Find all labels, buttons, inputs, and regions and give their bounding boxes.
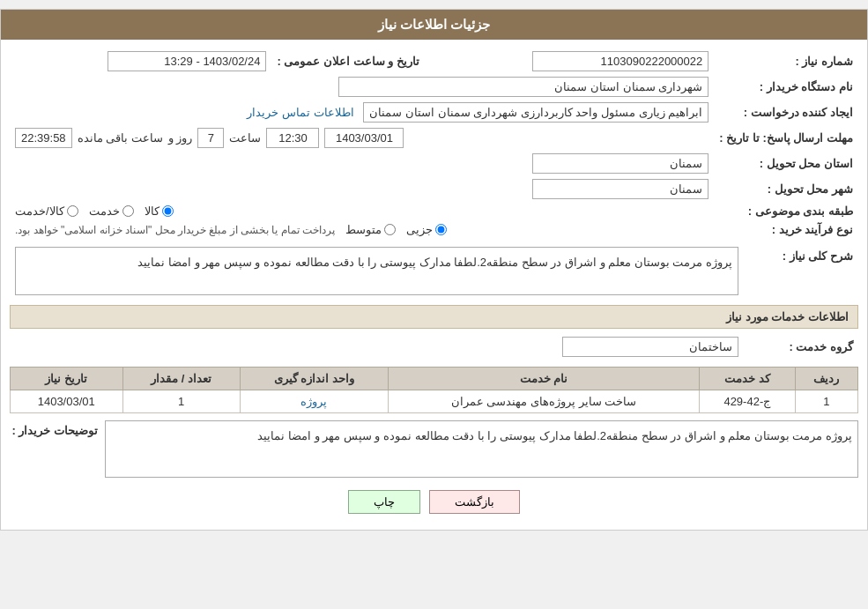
- announce-date-label: تاریخ و ساعت اعلان عمومی :: [271, 48, 424, 74]
- category-option-kala[interactable]: کالا: [145, 204, 174, 218]
- process-option-motavaset[interactable]: متوسط: [345, 223, 396, 236]
- need-number-label: شماره نیاز :: [714, 48, 858, 74]
- service-group-label: گروه خدمت :: [744, 334, 858, 360]
- services-header-row: ردیف کد خدمت نام خدمت واحد اندازه گیری ت…: [11, 368, 858, 390]
- creator-label: ایجاد کننده درخواست :: [714, 100, 858, 125]
- services-table-header: ردیف کد خدمت نام خدمت واحد اندازه گیری ت…: [11, 368, 858, 390]
- buyer-org-value: شهرداری سمنان استان سمنان: [338, 77, 708, 97]
- page-title: جزئیات اطلاعات نیاز: [378, 17, 490, 32]
- category-option-kala-khedmat[interactable]: کالا/خدمت: [15, 204, 78, 218]
- province-value: سمنان: [532, 153, 708, 174]
- process-radio-jozi[interactable]: [435, 224, 447, 235]
- buyer-org-label: نام دستگاه خریدار :: [714, 74, 858, 100]
- services-section: ردیف کد خدمت نام خدمت واحد اندازه گیری ت…: [10, 367, 858, 413]
- category-radio-khedmat[interactable]: [122, 205, 134, 217]
- row-category: طبقه بندی موضوعی : کالا/خدمت خدمت کالا: [10, 202, 858, 220]
- category-label-kala: کالا: [145, 204, 160, 218]
- back-button[interactable]: بازگشت: [429, 490, 520, 514]
- city-value: سمنان: [532, 179, 708, 199]
- process-type-label: نوع فرآیند خرید :: [714, 220, 858, 239]
- category-label-kala-khedmat: کالا/خدمت: [15, 204, 64, 218]
- page-wrapper: جزئیات اطلاعات نیاز شماره نیاز : 1103090…: [0, 9, 868, 531]
- services-table: ردیف کد خدمت نام خدمت واحد اندازه گیری ت…: [10, 367, 858, 413]
- info-table: شماره نیاز : 1103090222000022 تاریخ و سا…: [10, 48, 858, 239]
- col-date: تاریخ نیاز: [11, 368, 123, 390]
- service-group-value: ساختمان: [562, 337, 738, 357]
- cell-quantity: 1: [122, 390, 240, 413]
- row-need-desc: شرح کلی نیاز : پروژه مرمت بوستان معلم و …: [10, 244, 858, 298]
- print-button[interactable]: چاپ: [348, 490, 420, 514]
- col-service-code: کد خدمت: [700, 368, 795, 390]
- row-process-type: نوع فرآیند خرید : پرداخت تمام یا بخشی از…: [10, 220, 858, 239]
- process-option-jozi[interactable]: جزیی: [406, 223, 447, 236]
- cell-date: 1403/03/01: [11, 390, 123, 413]
- col-quantity: تعداد / مقدار: [122, 368, 240, 390]
- deadline-label: مهلت ارسال پاسخ: تا تاریخ :: [714, 125, 858, 151]
- row-buyer-org: نام دستگاه خریدار : شهرداری سمنان استان …: [10, 74, 858, 100]
- row-province: استان محل تحویل : سمنان: [10, 151, 858, 176]
- page-header: جزئیات اطلاعات نیاز: [1, 10, 867, 40]
- deadline-remaining: 22:39:58: [15, 128, 72, 148]
- deadline-time-label: ساعت: [229, 131, 261, 145]
- category-radio-kala[interactable]: [162, 205, 174, 217]
- category-label: طبقه بندی موضوعی :: [714, 202, 858, 220]
- deadline-date: 1403/03/01: [324, 128, 404, 148]
- col-service-name: نام خدمت: [388, 368, 699, 390]
- need-desc-table: شرح کلی نیاز : پروژه مرمت بوستان معلم و …: [10, 244, 858, 298]
- row-deadline: مهلت ارسال پاسخ: تا تاریخ : 22:39:58 ساع…: [10, 125, 858, 151]
- process-label-jozi: جزیی: [406, 223, 433, 236]
- need-number-value: 1103090222000022: [532, 51, 708, 71]
- buyer-desc-label: توضیحات خریدار :: [10, 420, 98, 437]
- table-row: 1 ج-42-429 ساخت سایر پروژه‌های مهندسی عم…: [11, 390, 858, 413]
- creator-value: ابراهیم زیاری مسئول واحد کاربردارزی شهرد…: [363, 102, 708, 123]
- cell-service-code: ج-42-429: [700, 390, 795, 413]
- cell-row: 1: [795, 390, 857, 413]
- deadline-row: 22:39:58 ساعت باقی مانده روز و 7 ساعت 12…: [15, 128, 708, 148]
- category-label-khedmat: خدمت: [89, 204, 120, 218]
- services-section-title: اطلاعات خدمات مورد نیاز: [10, 305, 858, 329]
- buyer-desc-row: توضیحات خریدار : پروژه مرمت بوستان معلم …: [10, 420, 858, 478]
- deadline-remaining-label: ساعت باقی مانده: [78, 131, 163, 145]
- category-option-khedmat[interactable]: خدمت: [89, 204, 134, 218]
- contact-link[interactable]: اطلاعات تماس خریدار: [247, 106, 353, 119]
- category-radio-kala-khedmat[interactable]: [67, 205, 78, 217]
- cell-service-name: ساخت سایر پروژه‌های مهندسی عمران: [388, 390, 699, 413]
- deadline-day-label: روز و: [168, 131, 193, 145]
- col-unit: واحد اندازه گیری: [240, 368, 388, 390]
- buyer-desc-value: پروژه مرمت بوستان معلم و اشراق در سطح من…: [105, 420, 858, 478]
- buttons-row: بازگشت چاپ: [10, 490, 858, 514]
- services-table-body: 1 ج-42-429 ساخت سایر پروژه‌های مهندسی عم…: [11, 390, 858, 413]
- province-label: استان محل تحویل :: [714, 151, 858, 176]
- need-desc-value: پروژه مرمت بوستان معلم و اشراق در سطح من…: [15, 247, 738, 295]
- row-creator: ایجاد کننده درخواست : ابراهیم زیاری مسئو…: [10, 100, 858, 125]
- deadline-time: 12:30: [266, 128, 319, 148]
- row-city: شهر محل تحویل : سمنان: [10, 176, 858, 202]
- row-need-number: شماره نیاز : 1103090222000022 تاریخ و سا…: [10, 48, 858, 74]
- need-desc-label: شرح کلی نیاز :: [744, 244, 858, 298]
- row-service-group: گروه خدمت : ساختمان: [10, 334, 858, 360]
- city-label: شهر محل تحویل :: [714, 176, 858, 202]
- category-radio-group: کالا/خدمت خدمت کالا: [15, 204, 708, 218]
- content-area: شماره نیاز : 1103090222000022 تاریخ و سا…: [1, 40, 867, 530]
- cell-unit[interactable]: پروژه: [240, 390, 388, 413]
- service-group-table: گروه خدمت : ساختمان: [10, 334, 858, 360]
- announce-date-value: 1403/02/24 - 13:29: [108, 51, 266, 71]
- process-note: پرداخت تمام یا بخشی از مبلغ خریدار محل "…: [15, 224, 335, 236]
- process-radio-motavaset[interactable]: [384, 224, 396, 235]
- process-label-motavaset: متوسط: [345, 223, 382, 236]
- col-row: ردیف: [795, 368, 857, 390]
- process-radio-group: پرداخت تمام یا بخشی از مبلغ خریدار محل "…: [15, 223, 708, 236]
- deadline-days: 7: [197, 128, 224, 148]
